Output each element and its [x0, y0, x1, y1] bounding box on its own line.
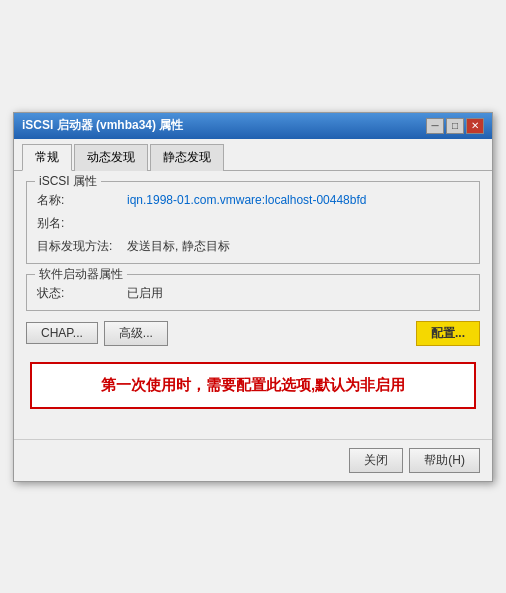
software-initiator-group: 软件启动器属性 状态: 已启用: [26, 274, 480, 311]
alias-label: 别名:: [37, 215, 127, 232]
software-group-label: 软件启动器属性: [35, 266, 127, 283]
tab-general[interactable]: 常规: [22, 144, 72, 171]
discovery-value: 发送目标, 静态目标: [127, 238, 230, 255]
tab-static-discovery[interactable]: 静态发现: [150, 144, 224, 171]
title-bar: iSCSI 启动器 (vmhba34) 属性 ─ □ ✕: [14, 113, 492, 139]
tab-dynamic-discovery[interactable]: 动态发现: [74, 144, 148, 171]
prop-row-status: 状态: 已启用: [37, 285, 469, 302]
prop-row-name: 名称: iqn.1998-01.com.vmware:localhost-004…: [37, 192, 469, 209]
help-button[interactable]: 帮助(H): [409, 448, 480, 473]
status-label: 状态:: [37, 285, 127, 302]
minimize-button[interactable]: ─: [426, 118, 444, 134]
advanced-button[interactable]: 高级...: [104, 321, 168, 346]
prop-row-alias: 别名:: [37, 215, 469, 232]
close-footer-button[interactable]: 关闭: [349, 448, 403, 473]
title-controls: ─ □ ✕: [426, 118, 484, 134]
close-button[interactable]: ✕: [466, 118, 484, 134]
notice-text: 第一次使用时，需要配置此选项,默认为非启用: [101, 376, 405, 393]
discovery-label: 目标发现方法:: [37, 238, 127, 255]
iscsi-group-label: iSCSI 属性: [35, 173, 101, 190]
name-label: 名称:: [37, 192, 127, 209]
status-value: 已启用: [127, 285, 163, 302]
notice-box: 第一次使用时，需要配置此选项,默认为非启用: [30, 362, 476, 409]
footer-bar: 关闭 帮助(H): [14, 439, 492, 481]
action-buttons: CHAP... 高级... 配置...: [26, 321, 480, 346]
tab-content: iSCSI 属性 名称: iqn.1998-01.com.vmware:loca…: [14, 171, 492, 435]
name-value: iqn.1998-01.com.vmware:localhost-00448bf…: [127, 193, 366, 207]
maximize-button[interactable]: □: [446, 118, 464, 134]
iscsi-properties-group: iSCSI 属性 名称: iqn.1998-01.com.vmware:loca…: [26, 181, 480, 264]
chap-button[interactable]: CHAP...: [26, 322, 98, 344]
configure-button[interactable]: 配置...: [416, 321, 480, 346]
main-window: iSCSI 启动器 (vmhba34) 属性 ─ □ ✕ 常规 动态发现 静态发…: [13, 112, 493, 482]
tab-bar: 常规 动态发现 静态发现: [14, 139, 492, 171]
window-title: iSCSI 启动器 (vmhba34) 属性: [22, 117, 183, 134]
prop-row-discovery: 目标发现方法: 发送目标, 静态目标: [37, 238, 469, 255]
